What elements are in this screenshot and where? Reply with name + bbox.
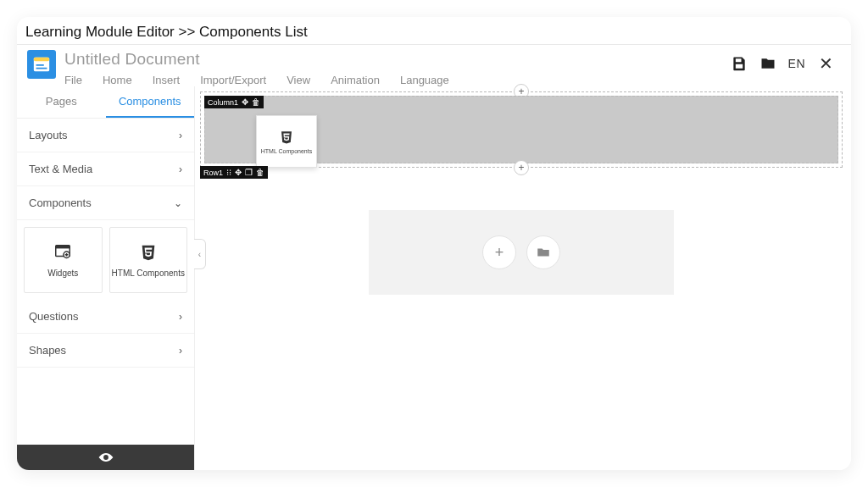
- section-components[interactable]: Components ⌄: [17, 186, 194, 220]
- settings-icon[interactable]: ⁝⁝: [226, 168, 231, 177]
- menu-home[interactable]: Home: [103, 74, 132, 86]
- html5-icon: [139, 243, 158, 262]
- menu-language[interactable]: Language: [400, 74, 449, 86]
- dropped-component[interactable]: HTML Components: [256, 115, 317, 168]
- section-shapes[interactable]: Shapes ›: [17, 334, 194, 368]
- topbar: Untitled Document File Home Insert Impor…: [17, 45, 851, 86]
- close-icon[interactable]: ✕: [817, 55, 834, 72]
- menu-import-export[interactable]: Import/Export: [200, 74, 266, 86]
- section-text-media[interactable]: Text & Media ›: [17, 152, 194, 186]
- layout-row[interactable]: + Column1 ✥ 🗑 HTML Components Row1 ⁝⁝: [200, 91, 843, 168]
- menu-view[interactable]: View: [287, 74, 310, 86]
- browse-folder-button[interactable]: [526, 235, 560, 269]
- move-icon[interactable]: ✥: [242, 97, 248, 107]
- row-tag[interactable]: Row1 ⁝⁝ ✥ ❐ 🗑: [200, 166, 268, 179]
- trash-icon[interactable]: 🗑: [256, 168, 264, 177]
- svg-rect-1: [34, 58, 49, 62]
- add-content-button[interactable]: +: [482, 235, 516, 269]
- eye-icon: [97, 451, 114, 463]
- preview-button[interactable]: [17, 445, 194, 470]
- top-actions: EN ✕: [731, 55, 834, 72]
- section-questions-label: Questions: [29, 310, 79, 323]
- section-layouts-label: Layouts: [29, 129, 68, 141]
- chevron-right-icon: ›: [179, 311, 182, 323]
- section-layouts[interactable]: Layouts ›: [17, 119, 194, 152]
- layout-column[interactable]: Column1 ✥ 🗑 HTML Components: [204, 96, 838, 163]
- menu-file[interactable]: File: [64, 74, 82, 86]
- trash-icon[interactable]: 🗑: [252, 97, 260, 107]
- empty-dropzone[interactable]: +: [369, 210, 674, 295]
- chevron-right-icon: ›: [179, 163, 182, 175]
- card-widgets[interactable]: Widgets: [24, 227, 103, 293]
- section-text-media-label: Text & Media: [29, 163, 92, 175]
- component-grid: Widgets HTML Components: [17, 220, 194, 300]
- sidebar: Pages Components Layouts › Text & Media …: [17, 86, 195, 470]
- tab-components[interactable]: Components: [106, 86, 195, 118]
- svg-rect-3: [56, 245, 70, 248]
- menu-insert[interactable]: Insert: [153, 74, 181, 86]
- card-html-components-label: HTML Components: [112, 268, 185, 278]
- column-tag-label: Column1: [208, 98, 238, 107]
- canvas[interactable]: ‹ + Column1 ✥ 🗑 HTML Components Row1: [195, 86, 851, 470]
- section-components-label: Components: [29, 196, 92, 209]
- card-widgets-label: Widgets: [47, 268, 78, 278]
- move-icon[interactable]: ✥: [235, 168, 242, 177]
- section-questions[interactable]: Questions ›: [17, 300, 194, 334]
- language-selector[interactable]: EN: [788, 57, 805, 70]
- widgets-icon: [53, 243, 72, 262]
- document-icon: [27, 50, 56, 79]
- chevron-down-icon: ⌄: [174, 197, 182, 209]
- folder-icon: [536, 245, 551, 260]
- main-menu: File Home Insert Import/Export View Anim…: [64, 74, 731, 86]
- document-title[interactable]: Untitled Document: [64, 50, 731, 69]
- row-tag-label: Row1: [203, 169, 223, 177]
- add-below-button[interactable]: +: [514, 160, 529, 175]
- sidebar-collapse-handle[interactable]: ‹: [194, 239, 206, 269]
- card-html-components[interactable]: HTML Components: [109, 227, 188, 293]
- tab-pages[interactable]: Pages: [17, 86, 106, 118]
- breadcrumb: Learning Module Editor >> Components Lis…: [17, 17, 851, 45]
- chevron-right-icon: ›: [179, 345, 182, 357]
- menu-animation[interactable]: Animation: [331, 74, 380, 86]
- section-shapes-label: Shapes: [29, 344, 66, 357]
- column-tag[interactable]: Column1 ✥ 🗑: [204, 96, 264, 108]
- save-icon[interactable]: [731, 55, 748, 72]
- dropped-component-label: HTML Components: [261, 148, 312, 154]
- html5-icon: [279, 130, 294, 145]
- folder-icon[interactable]: [760, 55, 776, 72]
- duplicate-icon[interactable]: ❐: [245, 168, 253, 177]
- chevron-right-icon: ›: [179, 130, 182, 141]
